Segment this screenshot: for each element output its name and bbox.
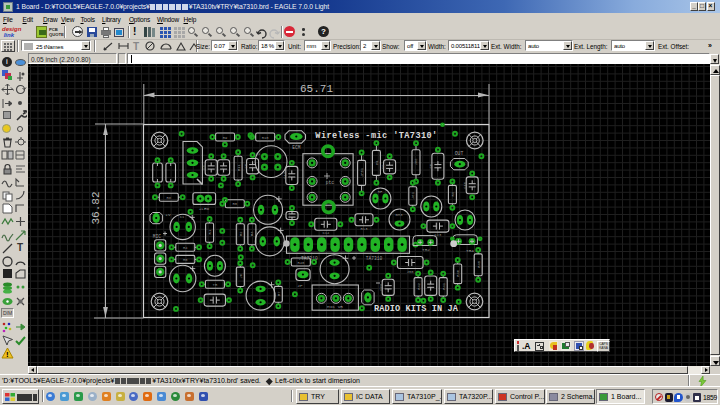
svg-text:R5: R5	[183, 258, 188, 262]
svg-text:C6: C6	[429, 163, 433, 168]
svg-text:C14: C14	[322, 231, 330, 235]
svg-text:JP: JP	[297, 283, 303, 288]
svg-text:Wireless -mic 'TA7310': Wireless -mic 'TA7310'	[315, 131, 437, 141]
svg-text:BM3: BM3	[396, 213, 404, 217]
svg-text:OUT: OUT	[455, 151, 464, 156]
svg-text:R41: R41	[442, 282, 446, 290]
svg-text:ECM: ECM	[292, 145, 301, 150]
svg-text:R42: R42	[417, 282, 421, 290]
svg-text:R11: R11	[237, 163, 241, 171]
svg-text:J60: J60	[415, 158, 419, 166]
svg-text:X1: X1	[256, 152, 261, 156]
svg-text:R8: R8	[451, 191, 455, 196]
svg-text:R2: R2	[239, 231, 243, 236]
svg-text:T: T	[133, 41, 139, 52]
svg-text:R1: R1	[208, 229, 212, 234]
svg-text:J61: J61	[411, 191, 415, 199]
svg-text:R3: R3	[250, 231, 254, 236]
svg-text:C5: C5	[244, 163, 248, 168]
svg-text:R40: R40	[297, 261, 305, 265]
svg-text:R45: R45	[477, 260, 481, 268]
svg-text:R10: R10	[262, 136, 270, 140]
svg-text:36.82: 36.82	[90, 191, 102, 224]
svg-text:TR4: TR4	[466, 248, 474, 253]
svg-text:65.71: 65.71	[300, 83, 333, 95]
svg-text:H1: H1	[375, 159, 379, 164]
svg-text:C10: C10	[463, 181, 467, 189]
svg-text:R46: R46	[456, 269, 460, 277]
svg-text:TR: TR	[213, 283, 218, 287]
svg-text:R13: R13	[361, 227, 369, 231]
svg-text:C13: C13	[283, 171, 287, 179]
svg-text:+V: +V	[165, 212, 171, 217]
svg-text:RADIO KITS IN JA: RADIO KITS IN JA	[374, 304, 459, 314]
svg-text:C1: C1	[180, 215, 185, 219]
svg-text:MIC: MIC	[153, 234, 162, 239]
svg-text:TA7310: TA7310	[366, 256, 383, 261]
svg-text:R4: R4	[183, 246, 188, 250]
svg-text:R8: R8	[167, 196, 172, 200]
svg-text:MIC VR: MIC VR	[327, 304, 343, 309]
svg-text:C3: C3	[202, 165, 206, 170]
svg-text:!: !	[6, 350, 9, 359]
svg-text:J6: J6	[239, 273, 243, 278]
svg-text:RF: RF	[378, 190, 383, 194]
svg-text:J50: J50	[407, 270, 415, 274]
svg-text:TR2: TR2	[422, 247, 430, 252]
svg-text:ptc: ptc	[326, 180, 335, 185]
svg-text:C9: C9	[381, 164, 385, 169]
svg-text:R7: R7	[277, 292, 281, 297]
svg-text:R9: R9	[223, 136, 228, 140]
svg-text:+LED: +LED	[199, 206, 210, 211]
svg-text:C24: C24	[379, 283, 383, 291]
svg-text:R0: R0	[233, 202, 238, 206]
svg-text:JP61: JP61	[360, 167, 364, 177]
